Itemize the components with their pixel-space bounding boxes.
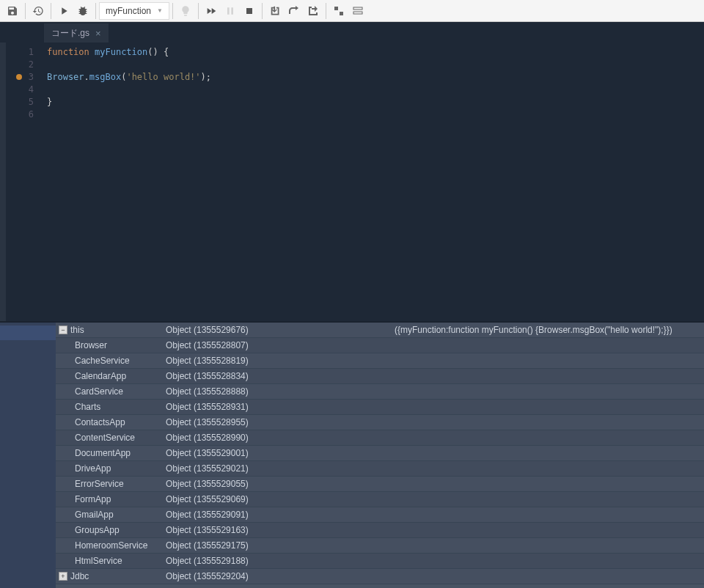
scope-item-val[interactable]: Object (1355529001) bbox=[161, 446, 390, 461]
scope-item-val[interactable]: Object (1355529188) bbox=[161, 554, 390, 569]
scope-item[interactable]: ErrorService bbox=[56, 477, 161, 492]
scope-item-val[interactable]: Object (1355528990) bbox=[161, 430, 390, 446]
svg-rect-3 bbox=[353, 12, 362, 14]
separator bbox=[95, 3, 96, 19]
scope-item-val[interactable]: Object (1355529055) bbox=[161, 477, 390, 492]
line-number[interactable]: 6 bbox=[6, 108, 40, 120]
pause-button[interactable] bbox=[221, 1, 240, 21]
scope-expr: ({myFunction:function myFunction() {Brow… bbox=[390, 323, 704, 588]
debug-callstack bbox=[0, 323, 56, 588]
tab-code-gs[interactable]: コード.gs × bbox=[44, 23, 109, 43]
line-number[interactable]: 5 bbox=[6, 95, 40, 108]
line-number[interactable]: 1 bbox=[6, 45, 40, 58]
stop-button[interactable] bbox=[240, 1, 259, 21]
save-button[interactable] bbox=[3, 1, 22, 21]
scope-item-expr[interactable] bbox=[390, 492, 704, 507]
separator bbox=[262, 3, 263, 19]
function-select[interactable]: myFunction ▼ bbox=[99, 2, 169, 20]
scope-item[interactable]: CalendarApp bbox=[56, 369, 161, 384]
scope-item-val[interactable]: Object (1355528819) bbox=[161, 353, 390, 369]
svg-rect-0 bbox=[334, 7, 338, 10]
line-number[interactable]: 3 bbox=[6, 70, 40, 83]
scope-item[interactable]: ContentService bbox=[56, 430, 161, 446]
scope-item-val[interactable]: Object (1355529163) bbox=[161, 523, 390, 538]
scope-item-val[interactable]: Object (1355529021) bbox=[161, 461, 390, 477]
breakpoint-icon[interactable] bbox=[16, 74, 22, 80]
scope-item[interactable]: HomeroomService bbox=[56, 538, 161, 554]
scope-item-expr[interactable] bbox=[390, 338, 704, 353]
scope-item[interactable]: DriveApp bbox=[56, 461, 161, 477]
scope-item-expr[interactable] bbox=[390, 554, 704, 569]
function-name: myFunction bbox=[106, 6, 151, 16]
watch-button[interactable] bbox=[348, 1, 367, 21]
scope-item-expr[interactable] bbox=[390, 384, 704, 400]
tab-label: コード.gs bbox=[51, 27, 89, 40]
scope-item-expr[interactable] bbox=[390, 415, 704, 430]
lightbulb-icon bbox=[176, 1, 195, 21]
code-line bbox=[40, 108, 704, 120]
scope-item-val[interactable]: Object (1355528955) bbox=[161, 415, 390, 430]
scope-item-expr[interactable] bbox=[390, 430, 704, 446]
scope-item-val[interactable]: Object (1355528888) bbox=[161, 384, 390, 400]
scope-values: Object (1355529676)Object (1355528807)Ob… bbox=[161, 323, 390, 588]
scope-root[interactable]: − this bbox=[56, 323, 161, 338]
scope-item-expr[interactable] bbox=[390, 461, 704, 477]
scope-item[interactable]: FormApp bbox=[56, 492, 161, 507]
expand-icon[interactable]: + bbox=[59, 572, 67, 581]
scope-item-val[interactable]: Object (1355529175) bbox=[161, 538, 390, 554]
close-icon[interactable]: × bbox=[95, 28, 101, 39]
scope-item-val[interactable]: Object (1355528834) bbox=[161, 369, 390, 384]
history-button[interactable] bbox=[29, 1, 48, 21]
scope-item-val[interactable]: Object (1355528931) bbox=[161, 400, 390, 415]
separator bbox=[51, 3, 51, 19]
scope-item[interactable]: GroupsApp bbox=[56, 523, 161, 538]
scope-item-expr[interactable] bbox=[390, 523, 704, 538]
separator bbox=[326, 3, 326, 19]
scope-item-expr[interactable] bbox=[390, 353, 704, 369]
scope-item-val[interactable]: Object (1355529091) bbox=[161, 507, 390, 523]
step-out-button[interactable] bbox=[304, 1, 323, 21]
step-over-button[interactable] bbox=[285, 1, 304, 21]
scope-item[interactable]: ContactsApp bbox=[56, 415, 161, 430]
scope-item[interactable]: + Jdbc bbox=[56, 569, 161, 584]
separator bbox=[172, 3, 173, 19]
scope-expr-val[interactable]: ({myFunction:function myFunction() {Brow… bbox=[390, 323, 704, 338]
scope-item[interactable]: Browser bbox=[56, 338, 161, 353]
scope-item-expr[interactable] bbox=[390, 369, 704, 384]
toolbar: myFunction ▼ bbox=[0, 0, 704, 22]
scope-item-val[interactable]: Object (1355528807) bbox=[161, 338, 390, 353]
scope-item-expr[interactable] bbox=[390, 569, 704, 584]
collapse-icon[interactable]: − bbox=[59, 326, 67, 334]
separator bbox=[198, 3, 199, 19]
scope-item[interactable]: HtmlService bbox=[56, 554, 161, 569]
scope-item-expr[interactable] bbox=[390, 507, 704, 523]
chevron-down-icon: ▼ bbox=[157, 7, 163, 14]
code-body[interactable]: function myFunction() { Browser.msgBox('… bbox=[40, 43, 704, 321]
debug-button[interactable] bbox=[73, 1, 92, 21]
gutter: 1 2 3 4 5 6 bbox=[6, 43, 40, 321]
scope-item-expr[interactable] bbox=[390, 538, 704, 554]
code-line: } bbox=[40, 95, 704, 108]
scope-item-expr[interactable] bbox=[390, 400, 704, 415]
scope-item-val[interactable]: Object (1355529069) bbox=[161, 492, 390, 507]
code-editor[interactable]: 1 2 3 4 5 6 function myFunction() { Brow… bbox=[0, 43, 704, 321]
scope-root-val[interactable]: Object (1355529676) bbox=[161, 323, 390, 338]
scope-item[interactable]: CardService bbox=[56, 384, 161, 400]
step-into-button[interactable] bbox=[265, 1, 285, 21]
scope-item-val[interactable]: Object (1355529204) bbox=[161, 569, 390, 584]
scope-item-expr[interactable] bbox=[390, 477, 704, 492]
scope-item[interactable]: CacheService bbox=[56, 353, 161, 369]
scope-item-expr[interactable] bbox=[390, 446, 704, 461]
scope-item[interactable]: GmailApp bbox=[56, 507, 161, 523]
tab-bar: コード.gs × bbox=[0, 22, 704, 43]
debug-panel: − thisBrowserCacheServiceCalendarAppCard… bbox=[0, 321, 704, 588]
stack-frame[interactable] bbox=[0, 326, 56, 340]
line-number[interactable]: 4 bbox=[6, 83, 40, 95]
scope-item[interactable]: Charts bbox=[56, 400, 161, 415]
code-line bbox=[40, 83, 704, 95]
breakpoints-button[interactable] bbox=[329, 1, 348, 21]
line-number[interactable]: 2 bbox=[6, 58, 40, 70]
resume-button[interactable] bbox=[202, 1, 221, 21]
scope-item[interactable]: DocumentApp bbox=[56, 446, 161, 461]
run-button[interactable] bbox=[54, 1, 73, 21]
